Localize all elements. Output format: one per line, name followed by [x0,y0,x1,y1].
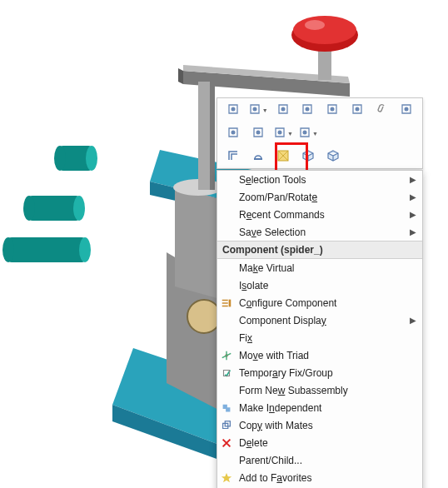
menu-item-save-selection[interactable]: Save Selection▶ [217,223,422,241]
mates-button[interactable] [247,146,269,167]
section-view-icon [351,102,364,118]
menu-item-label: Make Virtual [236,262,409,274]
svg-point-19 [305,20,325,30]
svg-rect-15 [210,82,215,190]
svg-point-37 [256,130,261,134]
menu-item-make-virtual[interactable]: Make Virtual [217,259,422,276]
edit-sketch-button[interactable] [272,99,294,121]
svg-point-25 [23,196,35,221]
hlr-display-icon [248,102,261,118]
copymates-icon [217,418,236,433]
menu-item-recent-commands[interactable]: Recent Commands▶ [217,206,422,223]
menu-item-component-display[interactable]: Component Display▶ [217,311,422,329]
dropdown-caret-icon: ▼ [312,131,318,137]
menu-item-add-to-favorites[interactable]: Add to Favorites [217,469,422,486]
isolate-tool-icon [226,149,240,165]
hide-show-button[interactable]: ▼ [297,122,319,144]
menu-item-label: Parent/Child... [236,455,409,466]
view-orientation-button[interactable] [222,99,244,121]
submenu-arrow-icon: ▶ [409,316,417,325]
menu-item-label: Add to Favorites [236,472,409,484]
submenu-arrow-icon: ▶ [409,210,417,219]
appearance-button[interactable]: ▼ [272,122,294,144]
svg-rect-26 [8,237,85,262]
submenu-arrow-icon: ▶ [409,175,417,184]
menu-item-label: Isolate [236,280,409,291]
blank [217,225,236,240]
dropdown-caret-icon: ▼ [262,107,268,113]
measure-button[interactable] [296,99,318,121]
svg-point-36 [231,130,236,134]
mass-properties-icon [326,102,339,118]
box-iso-button[interactable] [297,146,319,167]
menu-item-temporary-fix-group[interactable]: Temporary Fix/Group [217,364,422,381]
edit-sketch-icon [276,102,290,118]
blank [217,207,236,222]
svg-point-22 [54,146,66,171]
svg-point-18 [293,16,356,44]
blank [217,453,236,468]
menu-item-fix[interactable]: Fix [217,329,422,346]
dropdown-caret-icon: ▼ [287,131,293,137]
edit-feature-button[interactable] [247,122,269,144]
menu-item-parent-child[interactable]: Parent/Child... [217,451,422,469]
open-part-button[interactable] [222,122,244,144]
menu-item-label: Configure Component [236,297,409,309]
svg-point-30 [252,107,256,111]
blank [217,172,236,187]
edit-feature-icon [251,126,265,142]
box-explode-icon [326,149,340,165]
blank [217,331,236,346]
submenu-arrow-icon: ▶ [409,192,417,202]
svg-point-35 [405,107,409,111]
triad-icon [217,348,236,363]
change-transparency-button[interactable] [272,146,294,167]
menu-header-component: Component (spider_) [217,241,422,259]
mates-icon [251,149,265,165]
menu-item-zoom-pan-rotate[interactable]: Zoom/Pan/Rotate▶ [217,188,422,206]
hlr-display-button[interactable]: ▼ [247,99,269,121]
box-explode-button[interactable] [322,146,344,167]
submenu-arrow-icon: ▶ [409,227,417,237]
configure-icon [217,296,236,311]
menu-item-label: Delete [236,437,409,449]
tempfix-icon [217,366,236,381]
appearance-icon [273,126,286,142]
delete-icon [217,436,236,451]
svg-rect-23 [29,196,79,221]
mass-properties-button[interactable] [321,99,343,121]
menu-item-label: Form New Subassembly [236,385,409,396]
annotations-icon [400,102,413,118]
menu-item-copy-with-mates[interactable]: Copy with Mates [217,416,422,434]
favorites-icon [217,471,236,486]
blank [217,261,236,276]
svg-point-28 [2,237,14,262]
svg-rect-14 [198,82,212,190]
menu-item-label: Selection Tools [236,174,409,186]
annotations-button[interactable] [396,99,417,121]
svg-point-38 [278,130,282,134]
section-view-button[interactable] [346,99,368,121]
menu-item-label: Copy with Mates [236,420,409,431]
context-menu: Selection Tools▶Zoom/Pan/Rotate▶Recent C… [217,170,423,488]
isolate-tool-button[interactable] [222,146,244,167]
svg-point-29 [231,107,235,111]
attach-icon [375,102,388,118]
menu-item-configure-component[interactable]: Configure Component [217,294,422,311]
menu-item-form-new-subassembly[interactable]: Form New Subassembly [217,381,422,399]
svg-point-24 [73,196,85,221]
menu-item-label: Zoom/Pan/Rotate [236,192,409,203]
independent-icon [217,401,236,416]
menu-item-selection-tools[interactable]: Selection Tools▶ [217,171,422,188]
attach-button[interactable] [371,99,393,121]
menu-item-label: Save Selection [236,227,409,238]
menu-item-move-with-triad[interactable]: Move with Triad [217,346,422,364]
menu-item-make-independent[interactable]: Make Independent [217,399,422,416]
menu-item-delete[interactable]: Delete [217,434,422,451]
svg-point-34 [355,107,359,111]
menu-item-label: Recent Commands [236,209,409,221]
svg-rect-42 [229,299,231,306]
menu-item-isolate[interactable]: Isolate [217,276,422,294]
handle-knob [291,16,358,80]
svg-marker-13 [178,68,183,84]
